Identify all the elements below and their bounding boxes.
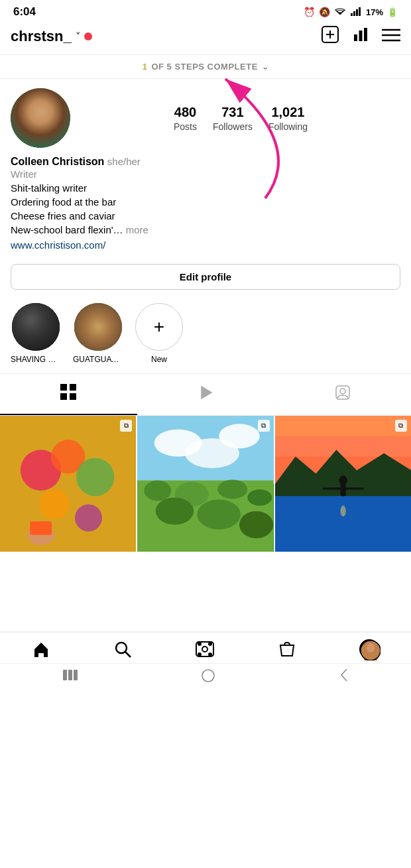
svg-point-16 [31,96,50,117]
svg-point-19 [23,101,36,117]
highlight-circle-new: + [135,303,183,351]
svg-point-18 [31,93,50,107]
stat-following[interactable]: 1,021 Following [268,105,308,132]
svg-rect-86 [74,670,78,680]
nav-search-button[interactable] [113,640,132,658]
svg-point-71 [340,506,345,517]
profile-top: 480 Posts 731 Followers 1,021 Following [11,88,400,148]
multi-post-indicator-3: ⧉ [395,420,407,432]
tab-grid[interactable] [0,374,137,415]
svg-rect-30 [74,330,122,351]
svg-rect-8 [359,31,363,41]
svg-point-31 [89,313,107,333]
following-label: Following [268,121,308,132]
bottom-nav-container [0,631,411,691]
stat-followers[interactable]: 731 Followers [213,105,253,132]
svg-point-55 [145,481,172,501]
dropdown-chevron-icon[interactable]: ˅ [76,31,80,42]
svg-marker-38 [202,387,211,399]
multi-post-indicator-2: ⧉ [258,420,270,432]
grid-tab-icon [60,383,77,404]
nav-profile-avatar [359,639,379,659]
edit-profile-button[interactable]: Edit profile [11,264,400,290]
nav-reels-button[interactable] [195,639,215,659]
new-post-button[interactable] [321,25,339,48]
svg-point-58 [248,489,272,506]
followers-count: 731 [221,105,243,120]
svg-rect-17 [30,116,50,135]
highlight-item-1[interactable]: HEAD SHAVING CH… [11,303,61,364]
add-highlight-icon: + [154,318,164,336]
grid-post-2[interactable]: ⧉ [137,416,273,552]
stats-icon[interactable] [351,25,370,48]
multi-post-indicator-1: ⧉ [120,420,132,432]
steps-current: 1 [143,62,148,72]
stat-posts[interactable]: 480 Posts [174,105,197,132]
posts-count: 480 [174,105,196,120]
bio-more-link[interactable]: more [126,224,148,235]
svg-point-75 [202,647,207,652]
nav-profile-button[interactable] [359,639,379,659]
svg-rect-15 [11,88,70,148]
nav-home-button[interactable] [32,640,50,658]
svg-rect-84 [63,670,67,680]
svg-rect-24 [12,303,60,351]
tab-tagged[interactable] [274,374,411,415]
online-indicator [84,32,92,40]
svg-point-78 [198,653,201,656]
tabs-section [0,374,411,416]
system-nav-back[interactable] [339,668,349,686]
svg-point-72 [116,643,127,653]
svg-point-61 [239,511,273,538]
profile-website-link[interactable]: www.cchristison.com/ [11,239,400,251]
stats-container: 480 Posts 731 Followers 1,021 Following [81,105,400,132]
svg-rect-27 [15,307,33,315]
multi-icon-2: ⧉ [261,422,266,430]
profile-section: 480 Posts 731 Followers 1,021 Following … [0,79,411,257]
svg-point-87 [202,670,214,682]
multi-icon-3: ⧉ [398,422,403,430]
highlight-item-new[interactable]: + New [135,303,183,364]
followers-label: Followers [213,121,253,132]
highlights-section: HEAD SHAVING CH… @hack GUATGUATGU… [0,296,411,374]
status-time: 6:04 [13,5,36,19]
svg-text:HEAD: HEAD [16,309,31,315]
profile-full-name: Colleen Christison she/her [11,156,400,168]
tab-reels[interactable] [137,374,274,415]
highlight-item-2[interactable]: @hack GUATGUATGU… [73,303,123,364]
tagged-tab-icon [334,384,351,405]
username-text: chrstsn_ [11,28,72,45]
svg-rect-29 [74,303,122,351]
alarm-icon: ⏰ [304,7,315,17]
svg-point-77 [209,643,211,645]
svg-rect-85 [68,670,72,680]
svg-rect-14 [11,88,70,148]
header-username-area[interactable]: chrstsn_ ˅ [11,28,92,45]
menu-icon[interactable] [382,27,400,46]
svg-rect-67 [275,496,411,552]
posts-label: Posts [174,121,197,132]
multi-icon-1: ⧉ [124,422,129,430]
reels-tab-icon [197,384,214,405]
svg-point-59 [156,497,194,525]
system-nav-home[interactable] [201,668,215,686]
svg-point-57 [217,480,247,499]
svg-rect-9 [364,28,367,41]
avatar-image [11,88,70,148]
wifi-icon [334,7,346,18]
grid-post-3[interactable]: ⧉ [275,416,411,552]
nav-shop-button[interactable] [278,640,296,658]
profile-bio: Shit-talking writer Ordering food at the… [11,181,400,237]
svg-point-60 [198,499,241,529]
system-nav-recent[interactable] [62,669,78,684]
svg-text:@hack: @hack [81,343,94,347]
highlight-circle-1: HEAD [12,303,60,351]
svg-rect-26 [28,326,44,340]
steps-banner[interactable]: 1 OF 5 STEPS COMPLETE ⌄ [0,55,411,79]
highlight-label-new: New [151,355,167,364]
following-count: 1,021 [271,105,304,120]
profile-avatar[interactable] [11,88,70,148]
grid-post-1[interactable]: ⧉ [0,416,136,552]
svg-rect-35 [70,384,76,391]
svg-point-40 [340,389,345,394]
